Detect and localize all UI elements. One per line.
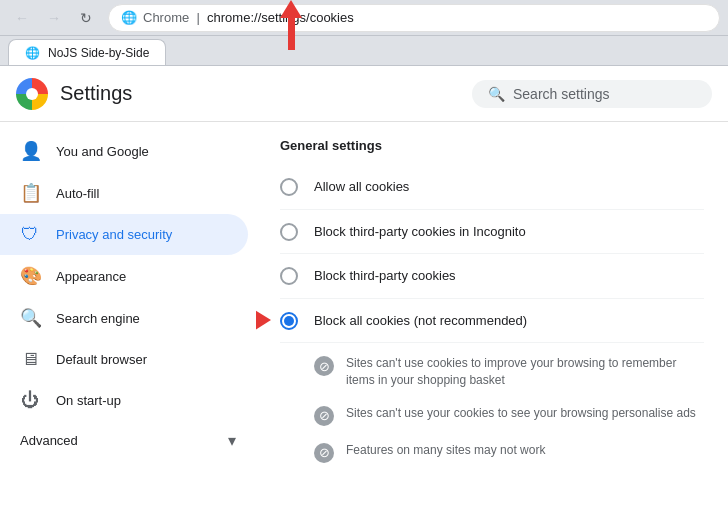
option-block-incognito[interactable]: Block third-party cookies in Incognito: [280, 210, 704, 255]
autofill-icon: 📋: [20, 182, 40, 204]
browser-chrome-area: ← → ↻ 🌐 Chrome | chrome://settings/cooki…: [0, 0, 728, 66]
arrow-head-right: [256, 310, 271, 330]
sidebar-item-appearance[interactable]: 🎨 Appearance: [0, 255, 248, 297]
search-engine-icon: 🔍: [20, 307, 40, 329]
settings-title-area: Settings: [16, 78, 132, 110]
advanced-label: Advanced: [20, 433, 78, 448]
settings-logo: [16, 78, 48, 110]
nav-buttons: ← → ↻: [8, 4, 100, 32]
sidebar-label-default-browser: Default browser: [56, 352, 147, 367]
content-panel: General settings Allow all cookies Block…: [256, 122, 728, 516]
appearance-icon: 🎨: [20, 265, 40, 287]
general-settings-heading: General settings: [280, 138, 704, 153]
startup-icon: ⏻: [20, 390, 40, 411]
site-icon: 🌐: [121, 10, 137, 25]
sidebar-label-on-startup: On start-up: [56, 393, 121, 408]
label-block-third-party: Block third-party cookies: [314, 266, 456, 286]
sub-options: ⊘ Sites can't use cookies to improve you…: [314, 347, 704, 471]
option-allow-all[interactable]: Allow all cookies: [280, 165, 704, 210]
main-area: 👤 You and Google 📋 Auto-fill 🛡 Privacy a…: [0, 122, 728, 516]
sidebar: 👤 You and Google 📋 Auto-fill 🛡 Privacy a…: [0, 122, 256, 516]
radio-allow-all[interactable]: [280, 178, 298, 196]
blocked-icon-3: ⊘: [314, 443, 334, 463]
radio-block-all[interactable]: [280, 312, 298, 330]
label-block-incognito: Block third-party cookies in Incognito: [314, 222, 526, 242]
chevron-down-icon: ▾: [228, 431, 236, 450]
back-button[interactable]: ←: [8, 4, 36, 32]
sub-text-3: Features on many sites may not work: [346, 442, 545, 459]
radio-block-incognito[interactable]: [280, 223, 298, 241]
sub-option-1: ⊘ Sites can't use cookies to improve you…: [314, 347, 704, 397]
sidebar-item-privacy-security[interactable]: 🛡 Privacy and security: [0, 214, 248, 255]
app-wrapper: ← → ↻ 🌐 Chrome | chrome://settings/cooki…: [0, 0, 728, 516]
sub-text-1: Sites can't use cookies to improve your …: [346, 355, 704, 389]
default-browser-icon: 🖥: [20, 349, 40, 370]
label-block-all: Block all cookies (not recommended): [314, 311, 527, 331]
sidebar-label-search-engine: Search engine: [56, 311, 140, 326]
arrow-right-annotation: [256, 310, 271, 330]
address-text: Chrome | chrome://settings/cookies: [143, 10, 354, 25]
search-box[interactable]: 🔍 Search settings: [472, 80, 712, 108]
active-tab[interactable]: 🌐 NoJS Side-by-Side: [8, 39, 166, 65]
browser-toolbar: ← → ↻ 🌐 Chrome | chrome://settings/cooki…: [0, 0, 728, 36]
sub-option-3: ⊘ Features on many sites may not work: [314, 434, 704, 471]
sidebar-label-auto-fill: Auto-fill: [56, 186, 99, 201]
sidebar-item-search-engine[interactable]: 🔍 Search engine: [0, 297, 248, 339]
person-icon: 👤: [20, 140, 40, 162]
sidebar-item-default-browser[interactable]: 🖥 Default browser: [0, 339, 248, 380]
blocked-icon-2: ⊘: [314, 406, 334, 426]
sidebar-label-you-and-google: You and Google: [56, 144, 149, 159]
reload-button[interactable]: ↻: [72, 4, 100, 32]
tab-favicon: 🌐: [25, 46, 40, 60]
option-block-all[interactable]: Block all cookies (not recommended): [280, 299, 704, 344]
forward-button[interactable]: →: [40, 4, 68, 32]
radio-block-third-party[interactable]: [280, 267, 298, 285]
tab-label: NoJS Side-by-Side: [48, 46, 149, 60]
sidebar-section-advanced[interactable]: Advanced ▾: [0, 421, 256, 460]
label-allow-all: Allow all cookies: [314, 177, 409, 197]
settings-title: Settings: [60, 82, 132, 105]
search-icon: 🔍: [488, 86, 505, 102]
address-path-part: chrome://settings/cookies: [207, 10, 354, 25]
sidebar-item-auto-fill[interactable]: 📋 Auto-fill: [0, 172, 248, 214]
tab-bar: 🌐 NoJS Side-by-Side: [0, 36, 728, 66]
option-block-third-party[interactable]: Block third-party cookies: [280, 254, 704, 299]
address-bar[interactable]: 🌐 Chrome | chrome://settings/cookies: [108, 4, 720, 32]
sidebar-item-on-startup[interactable]: ⏻ On start-up: [0, 380, 248, 421]
sidebar-label-privacy-security: Privacy and security: [56, 227, 172, 242]
address-chrome-part: Chrome |: [143, 10, 207, 25]
shield-icon: 🛡: [20, 224, 40, 245]
settings-header: Settings 🔍 Search settings: [0, 66, 728, 122]
search-input-placeholder: Search settings: [513, 86, 610, 102]
sidebar-label-appearance: Appearance: [56, 269, 126, 284]
sub-option-2: ⊘ Sites can't use your cookies to see yo…: [314, 397, 704, 434]
sub-text-2: Sites can't use your cookies to see your…: [346, 405, 696, 422]
blocked-icon-1: ⊘: [314, 356, 334, 376]
sidebar-item-you-and-google[interactable]: 👤 You and Google: [0, 130, 248, 172]
